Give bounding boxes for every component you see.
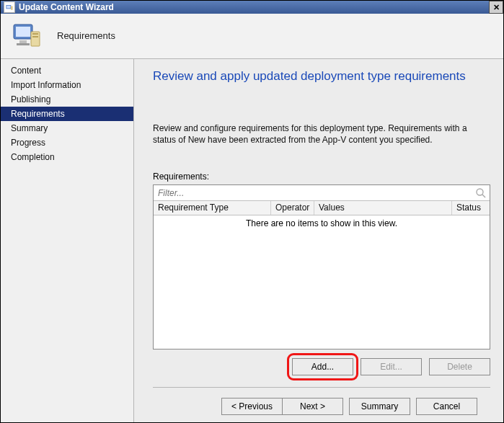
svg-line-11 — [482, 195, 485, 197]
empty-grid-message: There are no items to show in this view. — [246, 218, 397, 228]
nav-button-group: < Previous Next > — [221, 398, 343, 415]
svg-rect-4 — [16, 27, 30, 37]
sidebar: Content Import Information Publishing Re… — [1, 59, 134, 422]
next-button[interactable]: Next > — [282, 398, 343, 415]
column-header-status[interactable]: Status — [452, 201, 490, 215]
previous-button[interactable]: < Previous — [221, 398, 283, 415]
filter-input[interactable] — [156, 187, 475, 200]
sidebar-item-publishing[interactable]: Publishing — [1, 92, 133, 107]
close-button[interactable]: ✕ — [489, 1, 503, 14]
svg-rect-6 — [17, 43, 30, 45]
svg-rect-2 — [11, 6, 12, 9]
wizard-content: Review and apply updated deployment type… — [134, 59, 503, 422]
svg-rect-5 — [19, 40, 27, 43]
column-header-operator[interactable]: Operator — [271, 201, 314, 215]
requirements-grid: Requirement Type Operator Values Status … — [153, 184, 490, 349]
cancel-button[interactable]: Cancel — [416, 398, 477, 415]
wizard-header: Requirements — [1, 14, 503, 59]
svg-rect-9 — [32, 36, 38, 37]
header-title: Requirements — [57, 30, 115, 41]
search-icon — [475, 187, 487, 199]
svg-point-10 — [477, 189, 483, 195]
app-icon — [4, 1, 15, 13]
sidebar-item-summary[interactable]: Summary — [1, 121, 133, 135]
summary-button[interactable]: Summary — [349, 398, 410, 415]
grid-body: There are no items to show in this view. — [154, 215, 490, 349]
wizard-window: Update Content Wizard ✕ Requirements Con… — [0, 0, 504, 423]
svg-rect-8 — [32, 33, 38, 35]
column-header-values[interactable]: Values — [314, 201, 452, 215]
filter-row — [154, 185, 490, 201]
add-button[interactable]: Add... — [292, 358, 353, 375]
column-header-requirement-type[interactable]: Requirement Type — [154, 201, 271, 215]
wizard-body: Content Import Information Publishing Re… — [1, 59, 503, 422]
requirements-label: Requirements: — [153, 172, 490, 182]
sidebar-item-requirements[interactable]: Requirements — [1, 107, 133, 121]
delete-button[interactable]: Delete — [429, 358, 490, 375]
close-icon: ✕ — [493, 3, 500, 12]
page-heading: Review and apply updated deployment type… — [153, 69, 490, 84]
grid-button-row: Add... Edit... Delete — [153, 358, 490, 375]
sidebar-item-completion[interactable]: Completion — [1, 150, 133, 164]
header-icon — [9, 19, 44, 53]
sidebar-item-progress[interactable]: Progress — [1, 135, 133, 150]
edit-button[interactable]: Edit... — [361, 358, 422, 375]
page-description: Review and configure requirements for th… — [153, 123, 490, 146]
column-header-row: Requirement Type Operator Values Status — [154, 201, 490, 215]
window-title: Update Content Wizard — [19, 2, 114, 12]
svg-rect-1 — [6, 6, 10, 9]
sidebar-item-import-information[interactable]: Import Information — [1, 78, 133, 92]
wizard-footer: < Previous Next > Summary Cancel — [153, 388, 490, 415]
titlebar: Update Content Wizard ✕ — [1, 1, 503, 14]
sidebar-item-content[interactable]: Content — [1, 63, 133, 78]
